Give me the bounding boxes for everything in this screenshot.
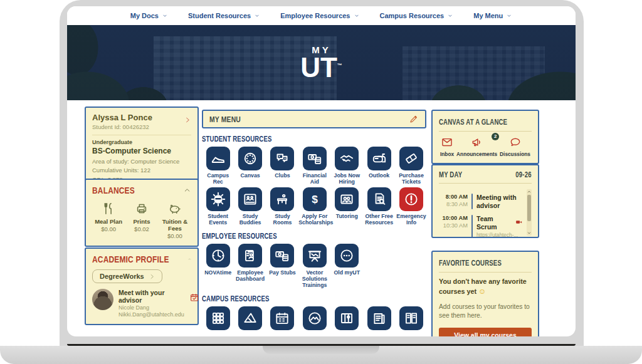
event-meeting-with-advisor[interactable]: 8:00 AM 8:30 AM Meeting with advisor bbox=[439, 194, 523, 209]
app-tile bbox=[270, 306, 294, 330]
laptop-base bbox=[0, 346, 642, 364]
dollar-icon: $ bbox=[307, 191, 323, 207]
app-canvas[interactable]: Canvas bbox=[234, 147, 266, 185]
app-clubs[interactable]: Clubs bbox=[266, 147, 298, 185]
app-student-events[interactable]: Student Events bbox=[202, 187, 234, 226]
event-start-time: 10:00 AM bbox=[439, 215, 468, 221]
app-item[interactable] bbox=[363, 306, 395, 332]
app-item[interactable] bbox=[395, 306, 427, 332]
app-grid bbox=[202, 306, 429, 332]
app-item[interactable] bbox=[331, 306, 363, 332]
app-label: Other Free Resources bbox=[363, 213, 395, 226]
gauge-icon bbox=[307, 310, 323, 326]
app-novatime[interactable]: NOVAtime bbox=[202, 244, 234, 289]
app-tile: $ bbox=[303, 187, 327, 211]
favorite-courses-title: FAVORITE COURSES bbox=[439, 259, 502, 268]
scrollbar[interactable] bbox=[527, 189, 532, 236]
megaphone-icon bbox=[471, 136, 483, 148]
balance-meal-plan[interactable]: Meal Plan $0.00 bbox=[92, 202, 125, 239]
app-tutoring[interactable]: Tutoring bbox=[331, 187, 363, 226]
app-label: Employee Dashboard bbox=[234, 269, 266, 283]
app-tile bbox=[270, 244, 294, 268]
people-pair-icon bbox=[339, 191, 355, 207]
student-id: Student Id: 00426232 bbox=[92, 123, 182, 130]
nav-item-my-docs[interactable]: My Docs bbox=[130, 12, 168, 19]
app-label: Jobs Now Hiring bbox=[331, 172, 363, 185]
nav-item-student-resources[interactable]: Student Resources bbox=[188, 12, 260, 19]
app-label: Tutoring bbox=[331, 213, 363, 219]
app-emergency-info[interactable]: Emergency Info bbox=[395, 187, 427, 226]
app-jobs-now-hiring[interactable]: Jobs Now Hiring bbox=[331, 147, 363, 185]
canvas-discussions[interactable]: Discussions bbox=[500, 136, 530, 157]
degreeworks-button[interactable]: DegreeWorks bbox=[92, 269, 162, 283]
nav-item-campus-resources[interactable]: Campus Resources bbox=[380, 12, 454, 19]
chevron-down-icon bbox=[254, 13, 260, 19]
app-label: Canvas bbox=[234, 172, 266, 179]
dots-circle-icon bbox=[339, 247, 355, 264]
app-outlook[interactable]: Outlook bbox=[363, 147, 395, 185]
app-label: Pay Stubs bbox=[266, 269, 298, 276]
app-employee-dashboard[interactable]: Employee Dashboard bbox=[234, 244, 266, 289]
balance-tuition-fees[interactable]: Tuition & Fees $0.00 bbox=[159, 202, 191, 239]
balance-value: $0.00 bbox=[92, 226, 125, 232]
mail-icon bbox=[441, 136, 453, 148]
app-campus-rec[interactable]: Campus Rec bbox=[202, 147, 234, 185]
app-vector-solutions-trainings[interactable]: Vector Solutions Trainings bbox=[298, 244, 330, 289]
utensils-icon bbox=[102, 202, 115, 216]
app-tile bbox=[270, 187, 294, 211]
canvas-item-label: Discussions bbox=[500, 151, 530, 157]
app-tile bbox=[238, 147, 262, 170]
scroll-up-icon[interactable] bbox=[527, 190, 531, 194]
scrollbar-thumb[interactable] bbox=[527, 195, 531, 221]
view-all-courses-button[interactable]: View all my courses bbox=[439, 328, 532, 336]
canvas-announcements[interactable]: 2 Announcements bbox=[456, 136, 497, 157]
scroll-down-icon[interactable] bbox=[527, 231, 531, 235]
app-tile bbox=[303, 244, 327, 268]
app-item[interactable] bbox=[266, 306, 298, 332]
my-menu-sections: STUDENT RESOURCES Campus Rec Canvas Club… bbox=[202, 129, 429, 332]
canvas-inbox[interactable]: Inbox bbox=[440, 136, 454, 157]
profile-chevron-right-icon[interactable] bbox=[184, 117, 191, 123]
calendar-check-icon[interactable] bbox=[189, 293, 199, 303]
edit-pencil-icon[interactable] bbox=[409, 114, 419, 124]
collapse-chevron-up-icon[interactable] bbox=[188, 255, 191, 263]
nav-item-label: My Docs bbox=[130, 12, 159, 19]
tickets-icon bbox=[403, 150, 419, 167]
app-tile bbox=[367, 187, 391, 211]
app-tile bbox=[335, 147, 359, 170]
nav-item-my-menu[interactable]: My Menu bbox=[473, 12, 512, 19]
my-day-event-list: 8:00 AM 8:30 AM Meeting with advisor 10:… bbox=[439, 188, 532, 237]
app-label: Financial Aid bbox=[298, 172, 330, 185]
app-tile bbox=[399, 147, 423, 170]
desk-icon bbox=[274, 191, 290, 207]
event-link[interactable]: https://utahtech-... bbox=[476, 232, 523, 237]
my-menu-title: MY MENU bbox=[209, 115, 241, 124]
nav-item-label: Student Resources bbox=[188, 12, 251, 19]
app-tile bbox=[399, 306, 423, 330]
divider bbox=[439, 183, 532, 184]
app-item[interactable] bbox=[202, 306, 234, 332]
trademark-symbol: ™ bbox=[337, 63, 342, 68]
chevron-down-icon bbox=[447, 13, 453, 19]
app-pay-stubs[interactable]: Pay Stubs bbox=[266, 244, 298, 289]
app-apply-for-scholarships[interactable]: $ Apply For Scholarships bbox=[298, 187, 330, 226]
app-financial-aid[interactable]: Financial Aid bbox=[298, 147, 330, 185]
app-purchase-tickets[interactable]: Purchase Tickets bbox=[395, 147, 427, 185]
event-end-time: 10:30 AM bbox=[439, 222, 468, 229]
app-other-free-resources[interactable]: Other Free Resources bbox=[363, 187, 395, 226]
app-study-rooms[interactable]: Study Rooms bbox=[266, 187, 298, 226]
nav-item-employee-resources[interactable]: Employee Resources bbox=[280, 12, 359, 19]
balance-prints[interactable]: Prints $0.02 bbox=[125, 202, 158, 239]
collapse-chevron-up-icon[interactable] bbox=[183, 186, 191, 194]
section-heading-student-resources: STUDENT RESOURCES bbox=[202, 135, 272, 143]
app-item[interactable] bbox=[234, 306, 266, 332]
balance-label: Tuition & Fees bbox=[159, 218, 191, 232]
app-tile bbox=[206, 244, 230, 268]
app-tile bbox=[303, 306, 327, 330]
app-study-buddies[interactable]: Study Buddies bbox=[234, 187, 266, 226]
announcements-badge: 2 bbox=[492, 133, 499, 140]
app-item[interactable] bbox=[298, 306, 330, 332]
event-team-scrum[interactable]: 10:00 AM 10:30 AM Team Scrum https://uta… bbox=[439, 215, 523, 237]
app-tile bbox=[335, 187, 359, 211]
app-old-myut[interactable]: Old myUT bbox=[331, 244, 363, 289]
